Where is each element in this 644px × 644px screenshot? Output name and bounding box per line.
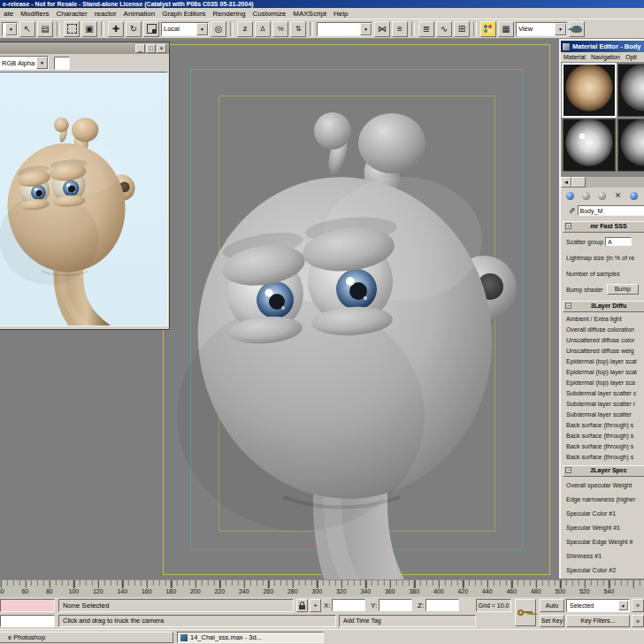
go-to-start-button[interactable]: « (632, 599, 644, 612)
material-slot-skin[interactable] (563, 64, 616, 117)
parameter-label: Back surface (through) s (566, 433, 633, 439)
track-bar-ruler[interactable]: 4060801001201401601802002202402602803003… (0, 579, 644, 597)
parameter-row: Unscattered diffuse color (561, 334, 644, 345)
named-selection-dropdown[interactable]: ▼ (317, 22, 372, 36)
maximize-button[interactable]: □ (146, 44, 156, 53)
channel-display-dropdown[interactable]: RGB Alpha ▼ (0, 56, 49, 70)
rollout-sss-header[interactable]: - mr Fast SSS (563, 221, 644, 233)
background-color-swatch[interactable] (54, 57, 70, 70)
parameter-row: Edge narrowness (higher (561, 492, 644, 506)
spinner-snap-button[interactable]: ⇅ (290, 21, 306, 37)
angle-snap-button[interactable]: ∆ (255, 21, 271, 37)
use-center-button[interactable]: ◎ (211, 21, 226, 37)
menu-item[interactable]: Graph Editors (158, 10, 209, 18)
align-button[interactable]: ≡ (392, 21, 408, 37)
put-material-button[interactable] (579, 189, 593, 203)
parameter-field[interactable]: A (605, 237, 632, 246)
taskbar-button-photoshop[interactable]: e Photoshop (0, 632, 173, 643)
window-crossing-button[interactable]: ▣ (81, 21, 97, 37)
frame-number-label: 340 (354, 588, 379, 594)
parameter-button[interactable]: Bump (607, 284, 639, 295)
select-and-move-button[interactable]: ✚ (108, 21, 124, 37)
schematic-view-button[interactable]: ⊞ (454, 21, 470, 37)
render-type-dropdown[interactable]: View▼ (516, 22, 567, 36)
select-and-scale-button[interactable] (143, 21, 159, 37)
rectangular-selection-button[interactable] (64, 21, 80, 37)
x-coordinate-field[interactable] (332, 599, 365, 611)
material-editor-menu-item[interactable]: Opti (625, 54, 637, 60)
parameter-row: Bump shader Bump (561, 281, 644, 297)
parameter-label: Subdermal layer scatter c (566, 390, 636, 396)
previous-frame-button[interactable]: « (632, 615, 644, 627)
reset-material-button[interactable]: ✕ (611, 189, 625, 203)
select-object-button[interactable]: ↖ (19, 21, 35, 37)
set-key-mode-button[interactable] (515, 599, 536, 626)
absolute-offset-toggle-button[interactable]: + (310, 599, 321, 612)
y-coordinate-field[interactable] (379, 599, 412, 611)
scroll-left-arrow-icon[interactable]: ◄ (561, 177, 571, 188)
layer-manager-button[interactable]: ≣ (418, 21, 434, 37)
scrollbar-thumb[interactable] (571, 177, 586, 188)
collapse-icon[interactable]: - (565, 303, 571, 309)
render-frame-window: _ □ × RGB Alpha ▼ (0, 42, 170, 330)
assign-material-to-selection-button[interactable] (595, 189, 609, 203)
quick-render-button[interactable] (569, 21, 585, 37)
mirror-button[interactable]: ⋈ (374, 21, 390, 37)
select-and-rotate-button[interactable]: ↻ (126, 21, 142, 37)
curve-icon: ∿ (441, 24, 448, 34)
auto-key-button[interactable]: Auto Key (540, 599, 564, 612)
selection-filter-dropdown[interactable]: ▼ (2, 22, 18, 36)
show-map-in-viewport-button[interactable] (627, 189, 640, 203)
sample-slots-scrollbar[interactable]: ◄ (561, 177, 644, 188)
rollout-diffuse-header[interactable]: - 3Layer Diffu (563, 301, 644, 312)
reference-coordinate-dropdown[interactable]: Local▼ (161, 22, 209, 36)
z-coordinate-field[interactable] (426, 599, 459, 611)
menu-item[interactable]: Customize (249, 10, 289, 18)
render-setup-button[interactable]: ▦ (498, 21, 514, 37)
get-material-button[interactable] (564, 189, 577, 203)
menu-item[interactable]: Modifiers (17, 10, 52, 18)
minimize-button[interactable]: _ (135, 44, 145, 53)
key-filters-button[interactable]: Key Filters... (566, 615, 630, 627)
menu-item[interactable]: ate (0, 10, 17, 18)
task-label: 14_Chai_sss.max - 3d... (190, 633, 262, 641)
material-editor-menu-item[interactable]: Navigation (591, 54, 620, 60)
add-time-tag-button[interactable]: Add Time Tag (339, 615, 476, 627)
material-editor-title-bar[interactable]: Material Editor - Body (561, 41, 644, 52)
parameter-row: Subdermal layer scatter c (561, 387, 644, 398)
menu-item[interactable]: Help (330, 10, 351, 18)
close-button[interactable]: × (157, 44, 166, 53)
collapse-icon[interactable]: - (565, 223, 571, 229)
material-slot-gray[interactable] (617, 119, 644, 172)
menu-item[interactable]: reactor (91, 10, 120, 18)
maxscript-mini-listener-pink[interactable] (0, 599, 55, 612)
scale-icon (147, 24, 157, 34)
menu-item[interactable]: Character (53, 10, 91, 18)
material-name-field[interactable]: Body_M (578, 205, 644, 216)
eyedropper-icon[interactable]: ✎ (567, 207, 576, 214)
material-editor-menu-item[interactable]: Material (564, 54, 586, 60)
material-slot-gray[interactable] (617, 64, 644, 117)
maxscript-mini-listener-white[interactable] (0, 615, 55, 627)
menu-item[interactable]: Animation (120, 10, 159, 18)
material-editor-button[interactable] (480, 21, 496, 37)
parameter-row: Specular Edge Weight # (561, 534, 644, 548)
collapse-icon[interactable]: - (565, 467, 571, 473)
rollout-specular-header[interactable]: - 2Layer Spec (563, 465, 644, 477)
app-title-bar[interactable]: e-release - Not for Resale - Stand-alone… (0, 0, 644, 8)
parameter-row: Number of samples (561, 265, 644, 281)
selection-lock-button[interactable] (296, 599, 308, 612)
material-slot-white[interactable] (563, 119, 616, 172)
key-mode-dropdown[interactable]: Selected ▼ (566, 599, 630, 612)
align-icon: ≡ (397, 24, 402, 34)
snap-toggle-button[interactable]: 2 (237, 21, 253, 37)
curve-editor-button[interactable]: ∿ (436, 21, 452, 37)
select-by-name-button[interactable]: ▤ (37, 21, 53, 37)
set-key-button[interactable]: Set Key (540, 615, 564, 627)
sphere-icon (566, 192, 574, 200)
menu-item[interactable]: MAXScript (289, 10, 330, 18)
percent-snap-button[interactable]: % (272, 21, 288, 37)
render-window-title-bar[interactable]: _ □ × (0, 42, 169, 54)
menu-item[interactable]: Rendering (210, 10, 249, 18)
taskbar-button-3dsmax[interactable]: 14_Chai_sss.max - 3d... (177, 632, 324, 643)
